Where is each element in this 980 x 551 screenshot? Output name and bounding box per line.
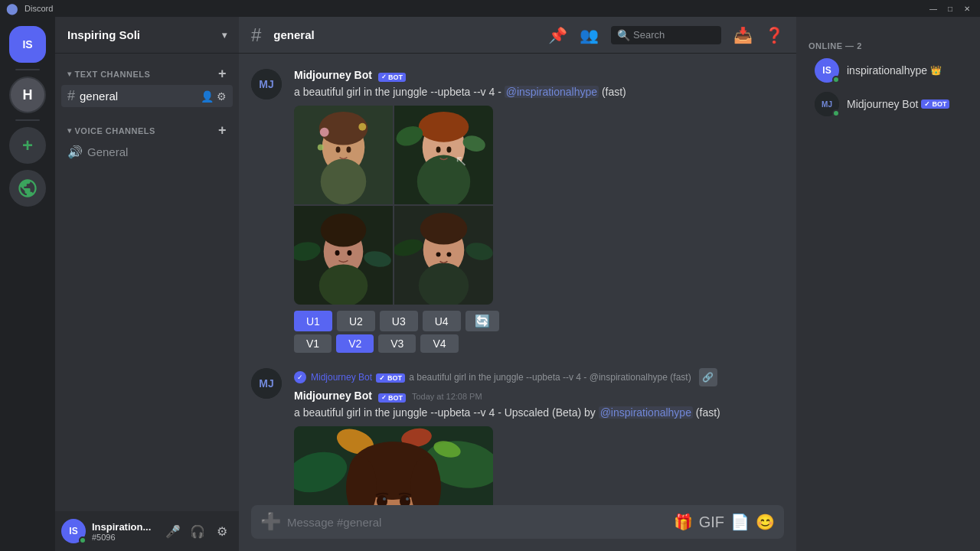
gift-button[interactable]: 🎁 bbox=[674, 513, 693, 531]
svg-point-34 bbox=[436, 253, 441, 257]
u4-button[interactable]: U4 bbox=[423, 311, 461, 331]
message-author-2[interactable]: Midjourney Bot bbox=[294, 390, 372, 402]
message-text-1: a beautiful girl in the junggle --upbeta… bbox=[294, 85, 784, 100]
members-button[interactable]: 👥 bbox=[580, 26, 599, 44]
mention-1[interactable]: @inspirationalhype bbox=[505, 86, 599, 98]
u2-button[interactable]: U2 bbox=[337, 311, 375, 331]
settings-icon[interactable]: ⚙ bbox=[217, 90, 227, 103]
v4-button[interactable]: V4 bbox=[420, 334, 458, 353]
settings-button[interactable]: ⚙ bbox=[211, 520, 233, 542]
message-separator bbox=[239, 359, 796, 365]
voice-channels-header[interactable]: ▾ Voice Channels + bbox=[61, 122, 233, 139]
message-header-1: Midjourney Bot ✓BOT bbox=[294, 69, 784, 82]
add-voice-channel-button[interactable]: + bbox=[218, 122, 227, 139]
svg-text:MJ: MJ bbox=[259, 78, 273, 90]
message-timestamp-2: Today at 12:08 PM bbox=[412, 392, 482, 401]
voice-channel-general[interactable]: 🔊 General bbox=[61, 142, 233, 162]
message-input[interactable] bbox=[287, 507, 668, 537]
mute-button[interactable]: 🎤 bbox=[162, 520, 184, 542]
message-author-1[interactable]: Midjourney Bot bbox=[294, 69, 372, 81]
bot-badge-2: ✓BOT bbox=[378, 393, 406, 403]
inbox-button[interactable]: 📥 bbox=[733, 26, 753, 44]
svg-point-52 bbox=[406, 497, 409, 500]
add-server-button[interactable]: + bbox=[9, 127, 46, 164]
titlebar: ⬤ Discord — □ ✕ bbox=[0, 0, 980, 17]
svg-point-22 bbox=[321, 214, 367, 247]
svg-point-51 bbox=[383, 497, 386, 500]
bot-avatar: MJ bbox=[251, 69, 282, 99]
notification-icon: ✓ bbox=[294, 371, 306, 383]
text-channels-section: ▾ Text Channels + # general 👤 ⚙ bbox=[55, 54, 239, 110]
v1-button[interactable]: V1 bbox=[294, 334, 332, 353]
emoji-button[interactable]: 😊 bbox=[756, 513, 775, 531]
channel-action-icons: 👤 ⚙ bbox=[201, 90, 227, 103]
share-button[interactable]: 🔗 bbox=[699, 368, 717, 386]
voice-channels-section: ▾ Voice Channels + 🔊 General bbox=[55, 110, 239, 165]
search-input[interactable] bbox=[633, 29, 715, 41]
sticker-button[interactable]: 📄 bbox=[730, 513, 750, 531]
member-name-2: Midjourney Bot ✓BOT bbox=[847, 98, 949, 110]
header-actions: 📌 👥 🔍 📥 ❓ bbox=[548, 26, 784, 44]
bot-badge-1: ✓BOT bbox=[378, 73, 406, 82]
add-attachment-button[interactable]: ➕ bbox=[260, 512, 281, 532]
deafen-button[interactable]: 🎧 bbox=[187, 520, 208, 542]
pin-button[interactable]: 📌 bbox=[548, 26, 567, 44]
action-buttons-row2: V1 V2 V3 V4 bbox=[294, 334, 784, 353]
mention-inline[interactable]: @inspirationalhype bbox=[590, 372, 668, 383]
search-bar[interactable]: 🔍 bbox=[611, 26, 721, 44]
server-list: IS H + bbox=[0, 17, 55, 551]
upscaled-image[interactable] bbox=[294, 426, 493, 505]
mention-2[interactable]: @inspirationalhype bbox=[599, 406, 693, 419]
server-divider-2 bbox=[15, 119, 40, 121]
svg-point-18 bbox=[446, 147, 451, 153]
gif-button[interactable]: GIF bbox=[699, 514, 724, 531]
user-avatar[interactable]: IS bbox=[61, 519, 86, 543]
section-chevron-icon-voice: ▾ bbox=[67, 126, 72, 135]
svg-point-9 bbox=[336, 147, 341, 153]
svg-point-13 bbox=[419, 112, 469, 142]
text-channels-header[interactable]: ▾ Text Channels + bbox=[61, 66, 233, 82]
sidebar: Inspiring Soli ▾ ▾ Text Channels + # gen… bbox=[55, 17, 239, 551]
add-text-channel-button[interactable]: + bbox=[218, 66, 227, 82]
grid-image-1[interactable] bbox=[294, 106, 393, 204]
server-icon-is[interactable]: IS bbox=[9, 26, 46, 63]
grid-image-4[interactable] bbox=[394, 206, 493, 305]
refresh-button[interactable]: 🔄 bbox=[466, 311, 499, 331]
grid-image-2[interactable]: ↖ bbox=[394, 106, 493, 204]
grid-image-3[interactable] bbox=[294, 206, 393, 305]
server-icon-h[interactable]: H bbox=[9, 77, 46, 113]
notification-row: ✓ Midjourney Bot ✓ BOT a beautiful girl … bbox=[294, 368, 784, 386]
image-grid[interactable]: ↖ bbox=[294, 106, 493, 305]
channel-item-general[interactable]: # general 👤 ⚙ bbox=[61, 85, 233, 107]
help-button[interactable]: ❓ bbox=[765, 26, 784, 44]
member-bot-badge: ✓BOT bbox=[921, 99, 949, 109]
explore-button[interactable] bbox=[9, 170, 46, 207]
message-input-area: ➕ 🎁 GIF 📄 😊 bbox=[239, 505, 796, 551]
v2-button[interactable]: V2 bbox=[336, 334, 374, 353]
svg-point-6 bbox=[320, 128, 329, 137]
member-avatar-2: MJ bbox=[815, 92, 839, 116]
v3-button[interactable]: V3 bbox=[378, 334, 416, 353]
main-content: # general 📌 👥 🔍 📥 ❓ bbox=[239, 17, 796, 551]
svg-point-5 bbox=[321, 159, 367, 205]
svg-point-10 bbox=[346, 147, 351, 153]
server-name-header[interactable]: Inspiring Soli ▾ bbox=[55, 17, 239, 54]
u3-button[interactable]: U3 bbox=[380, 311, 418, 331]
svg-point-27 bbox=[347, 250, 351, 256]
avatar-col-2: MJ bbox=[251, 368, 282, 505]
member-item-inspirationalhype[interactable]: IS inspirationalhype 👑 bbox=[802, 54, 974, 87]
close-button[interactable]: ✕ bbox=[960, 2, 974, 15]
minimize-button[interactable]: — bbox=[926, 2, 940, 15]
bot-badge-inline: ✓ BOT bbox=[376, 373, 405, 383]
username: Inspiration... bbox=[92, 521, 156, 533]
maximize-button[interactable]: □ bbox=[943, 2, 957, 15]
section-chevron-icon: ▾ bbox=[67, 70, 72, 78]
titlebar-title: Discord bbox=[24, 4, 926, 13]
u1-button[interactable]: U1 bbox=[294, 311, 332, 331]
svg-point-30 bbox=[420, 213, 468, 245]
add-member-icon[interactable]: 👤 bbox=[201, 90, 214, 103]
member-item-midjourney-bot[interactable]: MJ Midjourney Bot ✓BOT bbox=[802, 87, 974, 121]
messages-area[interactable]: MJ Midjourney Bot ✓BOT a beautiful girl … bbox=[239, 54, 796, 505]
user-bar: IS Inspiration... #5096 🎤 🎧 ⚙ bbox=[55, 511, 239, 551]
refresh-icon: 🔄 bbox=[475, 314, 490, 328]
